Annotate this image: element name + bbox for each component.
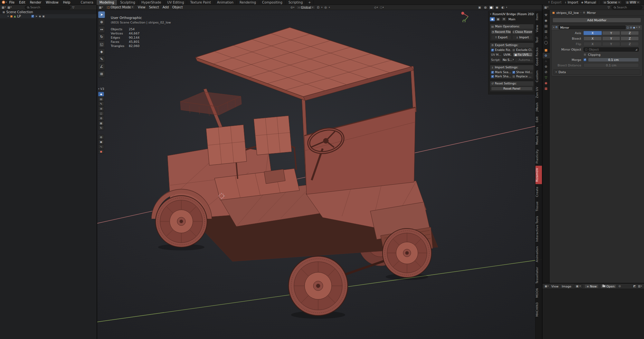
bisect-distance-slider[interactable]: 0.1 cm — [583, 63, 639, 67]
workspace-tab-texture-paint[interactable]: Texture Paint — [187, 0, 214, 5]
v3-tool-4-icon[interactable]: ⊞ — [98, 106, 104, 111]
tool-scale[interactable]: ◱ — [98, 41, 105, 48]
replace-checkbox[interactable] — [512, 75, 515, 78]
show-gizmo-icon[interactable]: ◇▾ — [374, 6, 378, 9]
filter-icon[interactable]: ▽ — [608, 6, 610, 9]
select-menu[interactable]: Select — [148, 5, 160, 9]
image-datablock-dropdown[interactable]: ▣▾ — [574, 284, 582, 288]
rizom-import-button[interactable]: ↓Import — [564, 1, 578, 4]
v3-tool-8-icon[interactable]: ↻ — [98, 126, 104, 130]
v3-tool-7-icon[interactable]: ▦ — [98, 121, 104, 125]
add-menu[interactable]: Add — [162, 5, 169, 9]
script-dropdown[interactable]: No S...▾ — [501, 58, 514, 62]
properties-tab-object[interactable]: ■ — [543, 47, 550, 53]
workspace-tab-rendering[interactable]: Rendering — [237, 0, 259, 5]
enable-rizom-checkbox[interactable] — [491, 49, 494, 52]
tool-measure[interactable]: ∠ — [98, 63, 105, 70]
editor-type-icon[interactable]: ▦▾ — [544, 6, 548, 9]
workspace-tab-scripting[interactable]: Scripting — [286, 0, 306, 5]
model-golf-cart[interactable] — [151, 27, 438, 315]
sidebar-tab-moon[interactable]: MOON — [535, 286, 542, 300]
merge-checkbox[interactable] — [583, 58, 586, 61]
workspace-tab-modeling[interactable]: Modeling — [97, 0, 118, 5]
v3-tool-5-icon[interactable]: ◻ — [98, 111, 104, 116]
menu-edit[interactable]: Edit — [17, 1, 27, 4]
pin-icon[interactable]: ⊙ — [618, 285, 621, 288]
show-hidden-checkbox[interactable] — [512, 71, 515, 74]
menu-help[interactable]: Help — [61, 1, 73, 4]
outliner-display-mode-icon[interactable]: ▩▾ — [7, 6, 12, 9]
modifier-name-field[interactable]: Mirror — [559, 25, 626, 29]
blender-logo-icon[interactable] — [2, 1, 5, 4]
navigation-gizmo[interactable] — [460, 11, 471, 23]
sidebar-tab-tessellator[interactable]: Tessellator — [535, 265, 542, 286]
orientation-dropdown[interactable]: ⌔ Global ▾ — [296, 5, 315, 10]
realtime-toggle-icon[interactable]: ⊡ — [630, 26, 632, 29]
viewport-canvas[interactable] — [97, 5, 542, 339]
proportional-edit-icon[interactable]: ◎ — [324, 6, 327, 9]
eye-visibility-icon[interactable]: ◉ — [39, 15, 41, 18]
breadcrumb-object[interactable]: stripes_02_low — [556, 11, 579, 15]
v3-tool-2-icon[interactable]: ▤ — [98, 97, 104, 101]
sidebar-tab-create[interactable]: Create — [535, 184, 542, 199]
snap-dropdown-icon[interactable]: ▾ — [321, 6, 323, 9]
properties-tab-output[interactable]: ▤ — [543, 23, 550, 29]
mark-sharp-checkbox[interactable] — [491, 75, 494, 78]
shading-solid-icon[interactable]: ● — [489, 5, 494, 10]
view-layer-selector[interactable]: ▥ WW × — [625, 0, 641, 4]
axis-x-button[interactable]: X — [583, 31, 602, 35]
manual-button[interactable]: ◉Manual — [581, 1, 596, 4]
workspace-tab-uv-editing[interactable]: UV Editing — [164, 0, 187, 5]
tool-select[interactable]: ➤ — [98, 11, 105, 18]
tool-add-cube[interactable]: ⊞ — [98, 71, 105, 77]
view-menu[interactable]: View — [551, 285, 559, 288]
bisect-x-button[interactable]: X — [583, 36, 602, 41]
sidebar-tab-custom[interactable]: Custom — [535, 68, 542, 84]
rizom-tab-2-icon[interactable]: ▦ — [496, 17, 501, 21]
properties-tab-constraints[interactable]: ⊘ — [543, 69, 550, 75]
breadcrumb-modifier[interactable]: Mirror — [587, 11, 596, 15]
v3-tool-11-icon[interactable]: ∿ — [98, 144, 104, 149]
workspace-tab-hypershade[interactable]: HyperShade — [138, 0, 164, 5]
sidebar-tab-item[interactable]: Item — [535, 11, 542, 23]
view-layer-unlink-icon[interactable]: × — [637, 1, 639, 4]
mirror-object-field[interactable]: ▢ Object ◢ — [583, 47, 639, 52]
object-menu[interactable]: Object — [172, 5, 184, 9]
properties-tab-scene[interactable]: △ — [543, 34, 550, 40]
editor-type-icon[interactable]: ▣▾ — [545, 285, 549, 288]
uv-map-dropdown[interactable]: UVM...▾ — [502, 53, 512, 57]
data-subpanel-header[interactable]: ▸ Data — [553, 69, 640, 75]
viewport-3d[interactable]: ▦▾ ◻ Object Mode ▾ View Select Add Objec… — [97, 5, 542, 339]
extras-dropdown-icon[interactable]: ▾ — [636, 26, 638, 29]
tool-rotate[interactable]: ↻ — [98, 34, 105, 40]
workspace-tab-compositing[interactable]: Compositing — [259, 0, 286, 5]
import-button[interactable]: ↓Import — [512, 35, 533, 40]
rizom-tab-3-icon[interactable]: ⚙ — [501, 17, 507, 21]
sidebar-tab-zen-uv[interactable]: Zen UV — [535, 84, 542, 100]
tool-move[interactable]: ↔ — [98, 26, 105, 33]
clipping-checkbox[interactable] — [583, 53, 586, 56]
eyedropper-icon[interactable]: ◢ — [635, 48, 637, 51]
tool-transform[interactable]: ◈ — [98, 48, 105, 55]
sidebar-tab-machin3[interactable]: MACHIN3 — [535, 300, 542, 319]
outliner-search[interactable] — [25, 5, 71, 9]
tool-annotate[interactable]: ✎ — [98, 56, 105, 63]
menu-window[interactable]: Window — [43, 1, 61, 4]
properties-tab-tool[interactable]: ⚒ — [543, 12, 550, 18]
outliner-search-input[interactable] — [30, 6, 66, 9]
shading-material-icon[interactable]: ◉ — [495, 5, 500, 10]
editor-type-icon[interactable]: ▦▾ — [2, 6, 6, 9]
add-workspace-button[interactable]: + — [306, 0, 313, 5]
sidebar-tab-view[interactable]: View — [535, 23, 542, 34]
editor-type-icon[interactable]: ▦▾ — [99, 6, 103, 9]
xray-toggle-icon[interactable]: ▣ — [478, 6, 481, 9]
v3-tool-10-icon[interactable]: ▣ — [98, 140, 104, 144]
sidebar-tab-tool[interactable]: Tool — [535, 34, 542, 45]
sidebar-tab-jmesh[interactable]: JMesh — [535, 100, 542, 114]
sidebar-tab-maxiz-tools[interactable]: Maxiz Tools — [535, 125, 542, 147]
properties-tab-object-data[interactable]: ▽ — [543, 75, 550, 80]
flip-z-button[interactable]: Z — [620, 42, 639, 46]
mode-dropdown[interactable]: ◻ Object Mode ▾ — [105, 5, 135, 9]
properties-tab-texture[interactable]: ▦ — [543, 86, 550, 91]
workspace-tab-camera[interactable]: Camera — [78, 0, 96, 5]
